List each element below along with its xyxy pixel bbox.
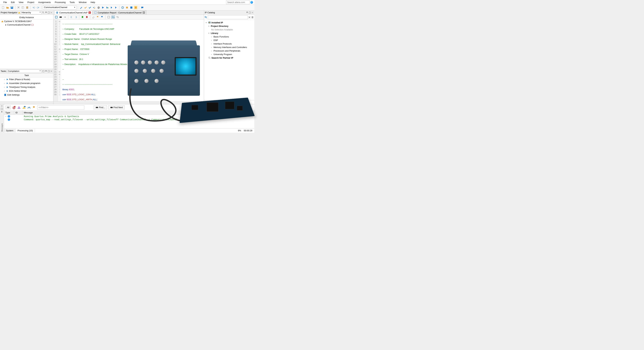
toggle-view-icon[interactable]	[107, 15, 110, 19]
new-file-icon[interactable]	[1, 6, 5, 10]
flag-filter-icon[interactable]	[32, 106, 36, 109]
run-check-icon[interactable]	[106, 6, 109, 10]
lib-processors[interactable]: ▹Processors and Peripherals	[205, 49, 254, 52]
lib-university-program[interactable]: ▹University Program	[205, 52, 254, 56]
globe-icon[interactable]	[250, 1, 253, 4]
project-navigator-tree[interactable]: Entity:Instance Cyclone V: 5CSEBA6U19A7 …	[0, 15, 53, 69]
highlighted-tool-icon[interactable]	[134, 6, 138, 10]
search-partner-ip[interactable]: Search for Partner IP	[205, 56, 254, 60]
lib-dsp[interactable]: ▹DSP	[205, 38, 254, 42]
tasks-close-icon[interactable]	[50, 70, 52, 72]
save-icon[interactable]	[10, 6, 14, 10]
installed-ip-node[interactable]: ▾Installed IP	[205, 21, 254, 24]
messages-close-strip-icon[interactable]	[1, 105, 3, 107]
tasks-opts-icon[interactable]	[42, 70, 44, 72]
tab-compilation-report[interactable]: Compilation Report - CommunicationChanne…	[93, 10, 146, 14]
menu-help[interactable]: Help	[88, 0, 97, 4]
task-assembler[interactable]: ▹Assembler (Generate programm	[0, 81, 53, 85]
messages-pin-strip-icon[interactable]	[1, 111, 3, 113]
restore-panel-icon[interactable]	[48, 12, 50, 14]
pin-icon[interactable]	[45, 12, 47, 14]
device-node[interactable]: Cyclone V: 5CSEBA6U19A7	[1, 20, 52, 23]
lib-interface-protocols[interactable]: ▹Interface Protocols	[205, 42, 254, 46]
fold-gutter[interactable]: ⊟│││││││││⊟│⊟⊟││││││││	[58, 20, 61, 102]
search-mini-icon[interactable]	[42, 12, 44, 14]
critical-filter-icon[interactable]	[17, 106, 21, 109]
ip-tree[interactable]: ▾Installed IP ▾Project Directory No Sele…	[204, 20, 254, 100]
paste-icon[interactable]	[25, 6, 29, 10]
tasks-restore-icon[interactable]	[48, 70, 50, 72]
menu-processing[interactable]: Processing	[53, 0, 68, 4]
menu-tools[interactable]: Tools	[68, 0, 77, 4]
tasks-combo[interactable]: Compilation	[7, 70, 42, 73]
run-icon[interactable]	[101, 6, 105, 10]
nav-icon[interactable]	[54, 15, 58, 19]
error-filter-icon[interactable]	[12, 106, 16, 109]
task-fitter[interactable]: ▹Fitter (Place & Route)	[0, 78, 53, 81]
tasks-hscroll[interactable]	[0, 102, 53, 104]
search-altera-input[interactable]	[226, 0, 250, 4]
close-tab-icon[interactable]: ✕	[88, 12, 91, 14]
task-timequest[interactable]: ▹TimeQuest Timing Analysis	[0, 85, 53, 89]
wand-icon[interactable]	[79, 6, 83, 10]
indent-icon[interactable]	[74, 15, 78, 19]
menu-project[interactable]: Project	[25, 0, 36, 4]
menu-view[interactable]: View	[17, 0, 25, 4]
chip-icon[interactable]	[125, 6, 129, 10]
menu-assignments[interactable]: Assignments	[36, 0, 53, 4]
find-next-button[interactable]: Find Next	[108, 106, 125, 109]
stop-icon[interactable]: STOP	[97, 6, 100, 10]
clock-icon[interactable]	[121, 6, 124, 10]
outdent-icon[interactable]	[70, 15, 74, 19]
bookmark-green-icon[interactable]	[81, 15, 84, 19]
ip-add-button[interactable]: + Add...	[204, 100, 254, 104]
run-gate-icon[interactable]	[114, 6, 118, 10]
top-entity-node[interactable]: ▸ CommunicationChannel	[1, 23, 52, 26]
close-tab-icon[interactable]: ✕	[142, 12, 145, 14]
info-filter-icon[interactable]	[27, 106, 31, 109]
messages-restore-strip-icon[interactable]	[1, 108, 3, 110]
warning-filter-icon[interactable]	[22, 106, 26, 109]
lib-basic-functions[interactable]: ▹Basic Functions	[205, 35, 254, 38]
check-multi-icon[interactable]	[92, 6, 96, 10]
run-tool-icon[interactable]	[110, 6, 114, 10]
menu-window[interactable]: Window	[77, 0, 88, 4]
hierarchy-combo[interactable]: Hierarchy	[21, 11, 42, 14]
flag-icon[interactable]	[96, 15, 100, 19]
goto-icon[interactable]	[63, 15, 67, 19]
editor-hscroll[interactable]	[54, 102, 204, 104]
message-row[interactable]: ▹i Running Quartus Prime Analysis & Synt…	[4, 115, 254, 118]
check-blue-icon[interactable]	[88, 6, 92, 10]
project-selector[interactable]: CommunicationChannel	[43, 6, 76, 10]
messages-table[interactable]: Type ID Message ▹i Running Quartus Prime…	[4, 111, 254, 128]
ip-restore-icon[interactable]	[248, 12, 251, 14]
messages-filter-input[interactable]	[37, 106, 84, 110]
binoculars-icon[interactable]	[59, 15, 62, 19]
open-folder-icon[interactable]	[6, 6, 10, 10]
tasks-pin-icon[interactable]	[45, 70, 47, 72]
copy-icon[interactable]	[21, 6, 25, 10]
project-directory-node[interactable]: ▾Project Directory	[205, 24, 254, 28]
message-row[interactable]: i Command: quartus_map --read_settings_f…	[4, 118, 254, 121]
attach-icon[interactable]	[92, 15, 95, 19]
chat-icon[interactable]	[140, 6, 144, 10]
tab-vhd-file[interactable]: abc CommunicationChannel.vhd* ✕	[54, 10, 92, 14]
cut-icon[interactable]	[17, 6, 20, 10]
menu-file[interactable]: File	[1, 0, 9, 4]
ip-pin-icon[interactable]	[246, 12, 248, 14]
check-orange-icon[interactable]	[84, 6, 87, 10]
code-area[interactable]: -- -------------------------------------…	[61, 20, 204, 102]
find-button[interactable]: Find...	[94, 106, 107, 109]
task-edit-settings[interactable]: Edit Settings	[0, 93, 53, 97]
task-eda-netlist[interactable]: ▹EDA Netlist Writer	[0, 89, 53, 93]
menu-edit[interactable]: Edit	[9, 0, 17, 4]
code-editor[interactable]: 1234567891011121314151617181920212223242…	[54, 20, 204, 102]
clear-search-icon[interactable]	[248, 16, 250, 18]
close-panel-icon[interactable]	[50, 12, 52, 14]
ip-menu-icon[interactable]	[251, 16, 254, 18]
wrap-icon[interactable]	[116, 15, 119, 19]
ip-search-input[interactable]	[208, 16, 248, 19]
undo-icon[interactable]	[32, 6, 36, 10]
tasks-list[interactable]: Task ▹Fitter (Place & Route) ▹Assembler …	[0, 74, 53, 102]
messages-all-button[interactable]: All	[6, 106, 11, 109]
